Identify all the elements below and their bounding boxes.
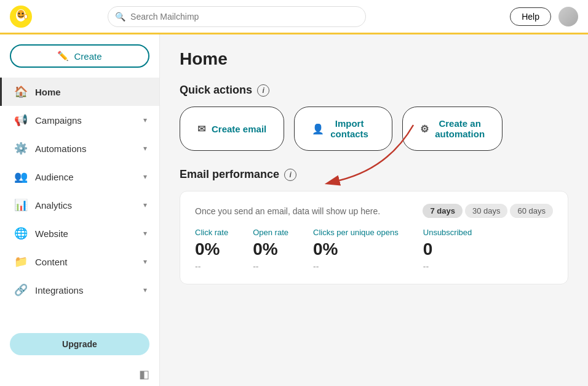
sidebar-item-website[interactable]: 🌐 Website ▾ xyxy=(0,219,159,247)
avatar xyxy=(558,7,578,26)
sidebar-bottom: Upgrade xyxy=(0,326,159,363)
click-rate-label: Click rate xyxy=(195,228,228,237)
automation-icon: ⚙ xyxy=(420,123,429,135)
unsubscribed-delta: -- xyxy=(423,262,472,271)
sidebar-item-automations-label: Automations xyxy=(35,143,136,154)
home-icon: 🏠 xyxy=(14,85,28,99)
sidebar-item-audience-label: Audience xyxy=(35,172,136,182)
create-button[interactable]: ✏️ Create xyxy=(10,44,149,68)
email-performance-title: Email performance xyxy=(180,168,279,181)
create-automation-label: Create anautomation xyxy=(435,118,485,139)
open-rate-label: Open rate xyxy=(253,228,288,237)
upgrade-button[interactable]: Upgrade xyxy=(10,333,149,355)
create-email-label: Create email xyxy=(212,124,266,134)
clicks-unique-value: 0% xyxy=(313,239,399,259)
unsubscribed-label: Unsubscribed xyxy=(423,228,472,237)
nav-right: Help xyxy=(510,7,578,26)
chevron-down-icon: ▾ xyxy=(143,172,147,181)
content-icon: 📁 xyxy=(14,255,28,268)
clicks-unique-delta: -- xyxy=(313,262,399,271)
campaigns-icon: 📢 xyxy=(14,113,28,127)
time-filter-60days[interactable]: 60 days xyxy=(510,204,553,218)
import-contacts-button[interactable]: 👤 Importcontacts xyxy=(294,107,392,151)
analytics-icon: 📊 xyxy=(14,198,28,212)
sidebar-nav: 🏠 Home 📢 Campaigns ▾ ⚙️ Automations ▾ 👥 … xyxy=(0,78,159,326)
import-contacts-label: Importcontacts xyxy=(330,118,368,139)
metric-open-rate: Open rate 0% -- xyxy=(253,228,288,271)
sidebar-item-integrations[interactable]: 🔗 Integrations ▾ xyxy=(0,276,159,304)
time-filter-30days[interactable]: 30 days xyxy=(465,204,508,218)
help-button[interactable]: Help xyxy=(510,7,551,26)
perf-info-text: Once you send an email, data will show u… xyxy=(195,206,380,216)
clicks-unique-label: Clicks per unique opens xyxy=(313,228,399,237)
pencil-icon: ✏️ xyxy=(57,50,69,62)
svg-point-3 xyxy=(18,12,20,14)
svg-point-4 xyxy=(22,12,24,14)
main-content: Home Quick actions i ✉ Create email 👤 Im… xyxy=(160,34,588,386)
create-automation-button[interactable]: ⚙ Create anautomation xyxy=(402,107,503,151)
sidebar-item-analytics-label: Analytics xyxy=(35,200,136,211)
logo xyxy=(10,6,32,28)
open-rate-delta: -- xyxy=(253,262,288,271)
unsubscribed-value: 0 xyxy=(423,239,472,259)
search-bar[interactable]: 🔍 xyxy=(108,6,366,27)
chevron-down-icon: ▾ xyxy=(143,229,147,238)
integrations-icon: 🔗 xyxy=(14,283,28,297)
create-button-label: Create xyxy=(74,51,101,62)
sidebar-item-audience[interactable]: 👥 Audience ▾ xyxy=(0,163,159,191)
create-email-button[interactable]: ✉ Create email xyxy=(180,107,284,151)
open-rate-value: 0% xyxy=(253,239,288,259)
automations-icon: ⚙️ xyxy=(14,142,28,155)
chevron-down-icon: ▾ xyxy=(143,286,147,294)
email-performance-header: Email performance i xyxy=(180,168,568,181)
quick-actions-title: Quick actions xyxy=(180,84,252,97)
chevron-down-icon: ▾ xyxy=(143,144,147,153)
email-performance-card: Once you send an email, data will show u… xyxy=(180,191,568,284)
sidebar-item-analytics[interactable]: 📊 Analytics ▾ xyxy=(0,191,159,219)
sidebar-collapse-icon[interactable]: ◧ xyxy=(139,368,149,381)
quick-actions-header: Quick actions i xyxy=(180,84,568,97)
quick-actions-info-icon[interactable]: i xyxy=(257,84,269,97)
svg-point-6 xyxy=(25,15,27,18)
email-performance-info-icon[interactable]: i xyxy=(284,169,296,181)
click-rate-value: 0% xyxy=(195,239,228,259)
search-icon: 🔍 xyxy=(115,12,125,22)
website-icon: 🌐 xyxy=(14,227,28,240)
metric-click-rate: Click rate 0% -- xyxy=(195,228,228,271)
audience-icon: 👥 xyxy=(14,170,28,183)
contacts-icon: 👤 xyxy=(312,123,324,135)
chevron-down-icon: ▾ xyxy=(143,116,147,124)
sidebar-footer: ◧ xyxy=(0,363,159,386)
top-nav: 🔍 Help xyxy=(0,0,588,34)
mailchimp-logo xyxy=(10,6,32,28)
sidebar-item-campaigns-label: Campaigns xyxy=(35,115,136,126)
time-filter-7days[interactable]: 7 days xyxy=(423,204,462,218)
chevron-down-icon: ▾ xyxy=(143,257,147,266)
metrics-row: Click rate 0% -- Open rate 0% -- Clicks … xyxy=(195,228,553,271)
sidebar-item-home[interactable]: 🏠 Home xyxy=(0,78,159,106)
sidebar: ✏️ Create 🏠 Home 📢 Campaigns ▾ ⚙️ Automa… xyxy=(0,34,160,386)
perf-header: Once you send an email, data will show u… xyxy=(195,204,553,218)
quick-actions-row: ✉ Create email 👤 Importcontacts ⚙ Create… xyxy=(180,107,568,151)
page-title: Home xyxy=(180,49,568,69)
email-icon: ✉ xyxy=(197,123,205,135)
metric-clicks-per-unique: Clicks per unique opens 0% -- xyxy=(313,228,399,271)
sidebar-item-home-label: Home xyxy=(35,87,147,97)
sidebar-item-campaigns[interactable]: 📢 Campaigns ▾ xyxy=(0,106,159,134)
sidebar-item-integrations-label: Integrations xyxy=(35,285,136,296)
chevron-down-icon: ▾ xyxy=(143,201,147,209)
sidebar-item-automations[interactable]: ⚙️ Automations ▾ xyxy=(0,134,159,163)
search-input[interactable] xyxy=(108,6,366,27)
sidebar-item-content[interactable]: 📁 Content ▾ xyxy=(0,247,159,276)
sidebar-item-website-label: Website xyxy=(35,228,136,239)
time-filters: 7 days 30 days 60 days xyxy=(423,204,553,218)
click-rate-delta: -- xyxy=(195,262,228,271)
sidebar-item-content-label: Content xyxy=(35,257,136,267)
metric-unsubscribed: Unsubscribed 0 -- xyxy=(423,228,472,271)
